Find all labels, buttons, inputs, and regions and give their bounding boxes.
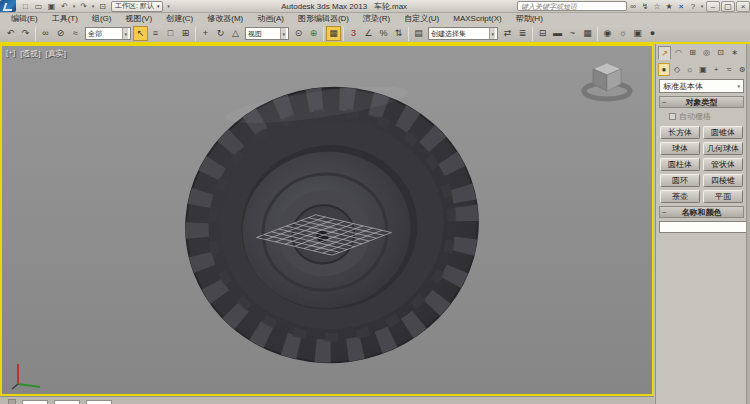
select-by-name-icon[interactable]: ≡ xyxy=(148,26,163,41)
autogrid-checkbox[interactable] xyxy=(669,113,676,120)
torus-button[interactable]: 圆环 xyxy=(660,174,700,187)
name-color-header[interactable]: − 名称和颜色 xyxy=(659,206,744,218)
modify-tab-icon[interactable]: ◠ xyxy=(672,46,685,60)
tube-button[interactable]: 管状体 xyxy=(703,158,743,171)
utilities-tab-icon[interactable]: ∗ xyxy=(728,46,741,60)
keyboard-override-icon[interactable]: ▦ xyxy=(326,26,341,41)
geosphere-button[interactable]: 几何球体 xyxy=(703,142,743,155)
spacewarps-icon[interactable]: ≈ xyxy=(723,63,735,76)
teapot-button[interactable]: 茶壶 xyxy=(660,190,700,203)
coordinate-y-field[interactable] xyxy=(54,400,80,404)
create-tab-icon[interactable]: ↗ xyxy=(658,46,671,60)
select-and-link-icon[interactable]: ∞ xyxy=(38,26,53,41)
lights-icon[interactable]: ☼ xyxy=(684,63,696,76)
menu-tools[interactable]: 工具(T) xyxy=(45,13,85,25)
menu-maxscript[interactable]: MAXScript(X) xyxy=(446,13,508,25)
plane-button[interactable]: 平面 xyxy=(703,190,743,203)
open-file-icon[interactable]: ▭ xyxy=(32,1,45,12)
snaps-toggle-icon[interactable]: 3 xyxy=(346,26,361,41)
exchange-apps-icon[interactable]: × xyxy=(675,1,687,12)
layer-manager-icon[interactable]: ⊟ xyxy=(535,26,550,41)
box-button[interactable]: 长方体 xyxy=(660,126,700,139)
selection-lock-icon[interactable] xyxy=(8,399,16,404)
display-tab-icon[interactable]: ⊡ xyxy=(714,46,727,60)
viewcube[interactable] xyxy=(578,56,636,102)
menu-animation[interactable]: 动画(A) xyxy=(250,13,291,25)
motion-tab-icon[interactable]: ◎ xyxy=(700,46,713,60)
search-input[interactable] xyxy=(517,1,627,11)
helpers-icon[interactable]: + xyxy=(710,63,722,76)
communication-center-icon[interactable]: ↯ xyxy=(639,1,651,12)
subscription-icon[interactable]: ★ xyxy=(663,1,675,12)
material-editor-icon[interactable]: ◉ xyxy=(600,26,615,41)
cylinder-button[interactable]: 圆柱体 xyxy=(660,158,700,171)
save-file-icon[interactable]: ▣ xyxy=(45,1,58,12)
menu-rendering[interactable]: 渲染(R) xyxy=(356,13,397,25)
select-and-manipulate-icon[interactable]: ⊕ xyxy=(306,26,321,41)
viewport-menu-label[interactable]: [+] xyxy=(6,48,15,59)
object-name-input[interactable] xyxy=(659,221,750,233)
mirror-icon[interactable]: ⇄ xyxy=(500,26,515,41)
redo-icon[interactable]: ↷ xyxy=(18,26,33,41)
wheel-model[interactable] xyxy=(167,68,497,382)
menu-views[interactable]: 视图(V) xyxy=(118,13,159,25)
help-dropdown-icon[interactable]: ▾ xyxy=(699,1,705,12)
align-icon[interactable]: ≣ xyxy=(515,26,530,41)
menu-create[interactable]: 创建(C) xyxy=(159,13,200,25)
menu-modifiers[interactable]: 修改器(M) xyxy=(200,13,250,25)
menu-edit[interactable]: 编辑(E) xyxy=(4,13,45,25)
render-production-icon[interactable]: ● xyxy=(645,26,660,41)
viewport-shading-label[interactable]: [真实] xyxy=(46,48,66,59)
curve-editor-icon[interactable]: ~ xyxy=(565,26,580,41)
new-scene-icon[interactable]: □ xyxy=(19,1,32,12)
percent-snap-icon[interactable]: % xyxy=(376,26,391,41)
panel-scrollbar[interactable] xyxy=(746,44,750,404)
workspace-dropdown[interactable]: 工作区: 默认 ▾ xyxy=(111,1,163,12)
viewport-canvas[interactable] xyxy=(2,46,654,396)
reference-coordinate-dropdown[interactable]: 视图 ▾ xyxy=(245,27,289,40)
help-icon[interactable]: ? xyxy=(687,1,699,12)
spinner-snap-icon[interactable]: ⇅ xyxy=(391,26,406,41)
project-folder-icon[interactable]: ⊡ xyxy=(96,1,109,12)
pyramid-button[interactable]: 四棱锥 xyxy=(703,174,743,187)
rectangular-selection-icon[interactable]: □ xyxy=(163,26,178,41)
coordinate-z-field[interactable] xyxy=(86,400,112,404)
shapes-icon[interactable]: ◇ xyxy=(671,63,683,76)
cone-button[interactable]: 圆锥体 xyxy=(703,126,743,139)
bind-to-spacewarp-icon[interactable]: ≈ xyxy=(68,26,83,41)
cameras-icon[interactable]: ▣ xyxy=(697,63,709,76)
schematic-view-icon[interactable]: ▦ xyxy=(580,26,595,41)
select-and-move-icon[interactable]: + xyxy=(198,26,213,41)
undo-icon[interactable]: ↶ xyxy=(58,1,71,12)
undo-icon[interactable]: ↶ xyxy=(3,26,18,41)
menu-help[interactable]: 帮助(H) xyxy=(509,13,550,25)
redo-icon[interactable]: ↷ xyxy=(77,1,90,12)
restore-button[interactable]: ▢ xyxy=(721,1,735,12)
geometry-icon[interactable]: ● xyxy=(658,63,670,76)
hierarchy-tab-icon[interactable]: ⊞ xyxy=(686,46,699,60)
ribbon-icon[interactable]: ▬ xyxy=(550,26,565,41)
coordinate-x-field[interactable] xyxy=(22,400,48,404)
favorites-icon[interactable]: ☆ xyxy=(651,1,663,12)
edit-named-selections-icon[interactable]: ▤ xyxy=(411,26,426,41)
minimize-button[interactable]: – xyxy=(706,1,720,12)
select-and-scale-icon[interactable]: △ xyxy=(228,26,243,41)
unlink-selection-icon[interactable]: ⊘ xyxy=(53,26,68,41)
menu-group[interactable]: 组(G) xyxy=(85,13,119,25)
window-crossing-icon[interactable]: ⊞ xyxy=(178,26,193,41)
object-type-header[interactable]: − 对象类型 xyxy=(659,96,744,108)
angle-snap-icon[interactable]: ∠ xyxy=(361,26,376,41)
use-pivot-center-icon[interactable]: ⊙ xyxy=(291,26,306,41)
perspective-viewport[interactable]: [+] [透视] [真实] xyxy=(0,44,654,396)
select-object-icon[interactable]: ↖ xyxy=(133,26,148,41)
named-selection-dropdown[interactable]: 创建选择集 ▾ xyxy=(428,27,498,40)
3dsmax-logo-icon[interactable] xyxy=(0,0,16,12)
rendered-frame-icon[interactable]: ▣ xyxy=(630,26,645,41)
primitive-category-dropdown[interactable]: 标准基本体 ▾ xyxy=(659,79,744,93)
menu-customize[interactable]: 自定义(U) xyxy=(397,13,446,25)
selection-filter-dropdown[interactable]: 全部 ▾ xyxy=(85,27,131,40)
close-button[interactable]: × xyxy=(736,1,750,12)
menu-graph-editors[interactable]: 图形编辑器(D) xyxy=(291,13,356,25)
render-setup-icon[interactable]: ☼ xyxy=(615,26,630,41)
search-icon[interactable]: ∞ xyxy=(627,1,639,12)
